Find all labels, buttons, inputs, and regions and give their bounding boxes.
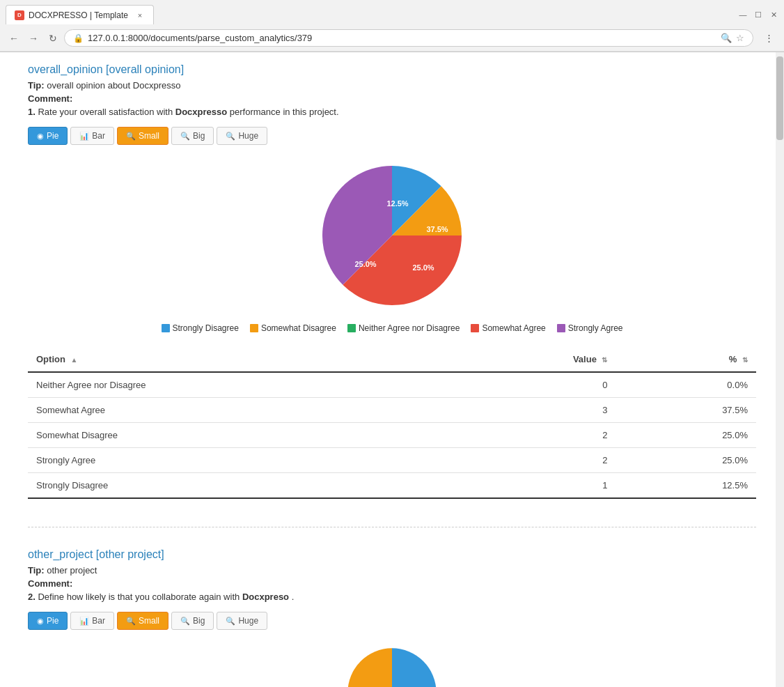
big-button-1[interactable]: 🔍 Big bbox=[171, 127, 214, 145]
section1-question: 1. Rate your overall satisfaction with D… bbox=[28, 107, 756, 117]
scrollbar[interactable] bbox=[776, 52, 784, 687]
scrollbar-thumb[interactable] bbox=[776, 56, 783, 140]
lock-icon: 🔒 bbox=[73, 33, 84, 43]
minimize-button[interactable]: — bbox=[738, 10, 748, 20]
nav-icons: ⋮ bbox=[759, 29, 778, 48]
chart-legend-1: Strongly Disagree Somewhat Disagree Neit… bbox=[162, 323, 623, 333]
small-icon-2: 🔍 bbox=[126, 617, 136, 626]
tip-text-2: other project bbox=[47, 565, 97, 576]
tip-text: overall opinion about Docxpresso bbox=[47, 80, 180, 91]
maximize-button[interactable]: ☐ bbox=[753, 10, 763, 20]
cell-value: 2 bbox=[446, 423, 616, 448]
svg-text:25.0%: 25.0% bbox=[354, 260, 376, 268]
bar-label-2: Bar bbox=[92, 616, 105, 626]
table-row: Strongly Agree 2 25.0% bbox=[28, 448, 756, 473]
tab-favicon: D bbox=[15, 10, 24, 20]
cell-option: Strongly Agree bbox=[28, 448, 446, 473]
section-divider bbox=[28, 527, 756, 527]
col-percent-header[interactable]: % ⇅ bbox=[616, 347, 756, 372]
table-row: Strongly Disagree 1 12.5% bbox=[28, 473, 756, 499]
table-row: Somewhat Disagree 2 25.0% bbox=[28, 423, 756, 448]
back-button[interactable]: ← bbox=[6, 30, 22, 47]
question2-bold: Docxpreso bbox=[242, 592, 289, 602]
table-row: Neither Agree nor Disagree 0 0.0% bbox=[28, 372, 756, 398]
title-bar: D DOCXPRESSO | Template × — ☐ ✕ bbox=[0, 0, 784, 25]
huge-label-2: Huge bbox=[238, 616, 258, 626]
legend-item-somewhat-agree: Somewhat Agree bbox=[471, 323, 545, 333]
tab-close-button[interactable]: × bbox=[135, 10, 145, 20]
percent-sort-icon: ⇅ bbox=[742, 356, 748, 364]
pie-label-1: Pie bbox=[47, 131, 58, 141]
bar-label-1: Bar bbox=[92, 131, 105, 141]
legend-item-strongly-disagree: Strongly Disagree bbox=[162, 323, 239, 333]
pie-icon-1: ◉ bbox=[37, 132, 44, 141]
legend-label-somd: Somewhat Disagree bbox=[261, 323, 336, 333]
big-label-2: Big bbox=[193, 616, 205, 626]
pie-button-1[interactable]: ◉ Pie bbox=[28, 127, 68, 145]
svg-text:12.5%: 12.5% bbox=[386, 199, 408, 208]
cell-value: 0 bbox=[446, 372, 616, 398]
big-icon-2: 🔍 bbox=[180, 617, 190, 626]
cell-option: Strongly Disagree bbox=[28, 473, 446, 499]
huge-button-2[interactable]: 🔍 Huge bbox=[217, 612, 267, 630]
small-button-1[interactable]: 🔍 Small bbox=[117, 127, 168, 145]
browser-tab[interactable]: D DOCXPRESSO | Template × bbox=[6, 5, 154, 24]
bookmark-icon[interactable]: ☆ bbox=[736, 33, 744, 43]
forward-button[interactable]: → bbox=[25, 30, 42, 47]
question-suffix: performance in this project. bbox=[230, 107, 339, 117]
chart-container-1: 12.5% 37.5% 25.0% 25.0% Strongly Disagre… bbox=[28, 159, 756, 333]
question2-suffix: . bbox=[292, 592, 295, 602]
extensions-icon[interactable]: ⋮ bbox=[759, 29, 778, 48]
huge-icon-1: 🔍 bbox=[226, 132, 235, 141]
legend-item-somewhat-disagree: Somewhat Disagree bbox=[250, 323, 336, 333]
legend-label-sa: Strongly Agree bbox=[568, 323, 623, 333]
cell-value: 1 bbox=[446, 473, 616, 499]
legend-color-somd bbox=[250, 324, 258, 332]
bar-icon-2: 📊 bbox=[79, 617, 89, 626]
pie-icon-2: ◉ bbox=[37, 617, 44, 626]
question-text: Rate your overall satisfaction with bbox=[38, 107, 173, 117]
cell-option: Somewhat Disagree bbox=[28, 423, 446, 448]
bar-button-1[interactable]: 📊 Bar bbox=[70, 127, 114, 145]
big-label-1: Big bbox=[193, 131, 205, 141]
table-row: Somewhat Agree 3 37.5% bbox=[28, 398, 756, 423]
address-bar[interactable]: 🔒 127.0.0.1:8000/documents/parse_custom_… bbox=[64, 29, 753, 47]
question2-text: Define how likely is that you collaborat… bbox=[38, 592, 240, 602]
legend-color-sa bbox=[557, 324, 565, 332]
huge-button-1[interactable]: 🔍 Huge bbox=[217, 127, 267, 145]
tip-label: Tip: bbox=[28, 80, 45, 91]
url-text: 127.0.0.1:8000/documents/parse_custom_an… bbox=[88, 33, 716, 43]
question2-number: 2. bbox=[28, 592, 36, 602]
small-button-2[interactable]: 🔍 Small bbox=[117, 612, 168, 630]
col-option-header[interactable]: Option ▲ bbox=[28, 347, 446, 372]
legend-label-sd: Strongly Disagree bbox=[173, 323, 239, 333]
section2-comment: Comment: bbox=[28, 578, 756, 589]
bar-icon-1: 📊 bbox=[79, 132, 89, 141]
section2-tip: Tip: other project bbox=[28, 565, 756, 576]
close-window-button[interactable]: ✕ bbox=[769, 10, 778, 20]
chart-buttons-2: ◉ Pie 📊 Bar 🔍 Small 🔍 Big 🔍 Huge bbox=[28, 612, 756, 630]
col-value-header[interactable]: Value ⇅ bbox=[446, 347, 616, 372]
section1-title: overall_opinion [overall opinion] bbox=[28, 63, 756, 76]
pie-button-2[interactable]: ◉ Pie bbox=[28, 612, 68, 630]
small-icon-1: 🔍 bbox=[126, 132, 136, 141]
data-table-1: Option ▲ Value ⇅ % ⇅ Neither Agree nor D… bbox=[28, 347, 756, 499]
cell-percent: 25.0% bbox=[616, 448, 756, 473]
page-content: overall_opinion [overall opinion] Tip: o… bbox=[0, 52, 784, 687]
legend-label-soma: Somewhat Agree bbox=[482, 323, 545, 333]
svg-text:25.0%: 25.0% bbox=[412, 263, 434, 272]
question-number: 1. bbox=[28, 107, 36, 117]
pie-label-2: Pie bbox=[47, 616, 58, 626]
tab-title: DOCXPRESSO | Template bbox=[29, 10, 128, 20]
legend-color-neither bbox=[347, 324, 356, 332]
option-sort-icon: ▲ bbox=[71, 356, 78, 364]
huge-icon-2: 🔍 bbox=[226, 617, 235, 626]
big-button-2[interactable]: 🔍 Big bbox=[171, 612, 214, 630]
refresh-button[interactable]: ↻ bbox=[45, 30, 61, 47]
section1-comment: Comment: bbox=[28, 93, 756, 104]
section-overall-opinion: overall_opinion [overall opinion] Tip: o… bbox=[28, 63, 756, 499]
section2-title: other_project [other project] bbox=[28, 548, 756, 561]
question-bold: Docxpresso bbox=[175, 107, 227, 117]
cell-option: Neither Agree nor Disagree bbox=[28, 372, 446, 398]
bar-button-2[interactable]: 📊 Bar bbox=[70, 612, 114, 630]
